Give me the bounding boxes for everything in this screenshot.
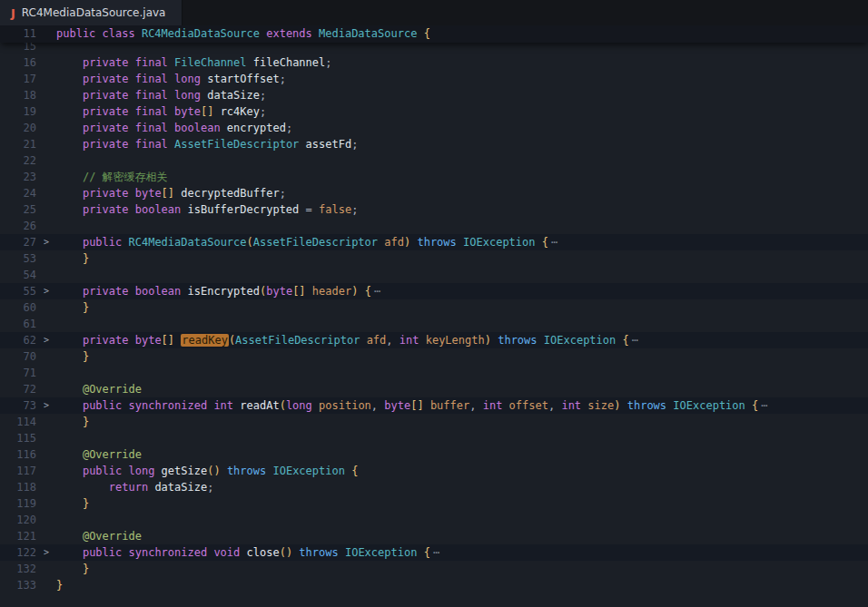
token-brace: { xyxy=(542,236,548,249)
code-line-62[interactable]: 62> private byte[] readKey(AssetFileDesc… xyxy=(0,332,868,348)
fold-chevron-icon[interactable]: > xyxy=(36,283,56,299)
fold-chevron-icon[interactable]: > xyxy=(36,332,56,348)
code-line-73[interactable]: 73> public synchronized int readAt(long … xyxy=(0,397,868,414)
token-plain xyxy=(419,334,425,347)
code-line-72[interactable]: 72 @Override xyxy=(0,381,868,397)
tab-rc4mediadatasource-java[interactable]: J RC4MediaDataSource.java xyxy=(0,0,182,25)
line-content xyxy=(56,512,868,528)
token-var: dataSize xyxy=(154,481,207,494)
token-plain xyxy=(56,546,83,559)
line-content: @Override xyxy=(56,381,868,397)
token-plain xyxy=(56,563,83,575)
code-line-25[interactable]: 25 private boolean isBufferDecrypted = f… xyxy=(0,201,868,218)
fold-gutter xyxy=(36,136,56,152)
token-punct: ; xyxy=(351,138,358,151)
token-brace: ( xyxy=(280,399,286,412)
code-line-117[interactable]: 117 public long getSize() throws IOExcep… xyxy=(0,463,868,479)
token-plain xyxy=(56,122,83,134)
token-kw2: throws xyxy=(417,236,456,249)
token-punct: ; xyxy=(260,105,266,118)
code-line-120[interactable]: 120 xyxy=(0,512,868,528)
editor-window: J RC4MediaDataSource.java 11public class… xyxy=(0,0,868,607)
fold-gutter xyxy=(36,430,56,446)
code-line-118[interactable]: 118 return dataSize; xyxy=(0,479,868,495)
token-var: fileChannel xyxy=(253,56,325,69)
code-line-11[interactable]: 11public class RC4MediaDataSource extend… xyxy=(0,25,868,43)
token-brace: [] xyxy=(201,105,213,118)
code-line-53[interactable]: 53 } xyxy=(0,250,868,267)
line-content: } xyxy=(56,561,868,577)
token-plain xyxy=(417,546,423,559)
token-punct: , xyxy=(371,399,384,412)
token-var: dataSize xyxy=(207,89,260,102)
token-brace: [] xyxy=(410,399,423,412)
code-line-21[interactable]: 21 private final AssetFileDescriptor ass… xyxy=(0,136,868,152)
token-plain xyxy=(417,27,423,40)
code-line-16[interactable]: 16 private final FileChannel fileChannel… xyxy=(0,54,868,71)
code-line-17[interactable]: 17 private final long startOffset; xyxy=(0,71,868,87)
code-line-133[interactable]: 133} xyxy=(0,577,868,593)
fold-gutter xyxy=(36,87,56,103)
code-line-15[interactable]: 15 xyxy=(0,43,868,54)
code-line-22[interactable]: 22 xyxy=(0,152,868,169)
fold-gutter xyxy=(36,250,56,267)
token-brace: [] xyxy=(292,285,305,298)
code-line-55[interactable]: 55> private boolean isEncrypted(byte[] h… xyxy=(0,283,868,299)
token-plain xyxy=(56,73,83,85)
line-number: 120 xyxy=(0,512,36,528)
line-content: private boolean isEncrypted(byte[] heade… xyxy=(56,283,868,299)
token-plain xyxy=(457,236,463,249)
code-line-119[interactable]: 119 } xyxy=(0,495,868,512)
token-var: encrypted xyxy=(227,122,286,134)
code-line-115[interactable]: 115 xyxy=(0,430,868,446)
code-line-20[interactable]: 20 private final boolean encrypted; xyxy=(0,120,868,136)
token-punct: , xyxy=(548,399,561,412)
token-brace: () xyxy=(280,546,292,559)
code-line-19[interactable]: 19 private final byte[] rc4Key; xyxy=(0,103,868,120)
token-var: rc4Key xyxy=(221,105,260,118)
line-content: public long getSize() throws IOException… xyxy=(56,463,868,479)
code-line-70[interactable]: 70 } xyxy=(0,348,868,365)
code-line-116[interactable]: 116 @Override xyxy=(0,446,868,463)
fold-gutter xyxy=(36,316,56,332)
line-number: 115 xyxy=(0,430,36,446)
code-line-18[interactable]: 18 private final long dataSize; xyxy=(0,87,868,103)
code-line-114[interactable]: 114 } xyxy=(0,414,868,430)
token-plain xyxy=(56,56,83,69)
token-var: assetFd xyxy=(306,138,352,151)
fold-chevron-icon[interactable]: > xyxy=(36,397,56,414)
code-line-61[interactable]: 61 xyxy=(0,316,868,332)
code-editor[interactable]: 11public class RC4MediaDataSource extend… xyxy=(0,25,868,607)
code-line-27[interactable]: 27> public RC4MediaDataSource(AssetFileD… xyxy=(0,234,868,250)
tab-bar: J RC4MediaDataSource.java xyxy=(0,0,868,25)
sticky-scroll-line[interactable]: 11public class RC4MediaDataSource extend… xyxy=(0,25,868,43)
token-brace: { xyxy=(623,334,629,347)
token-type: IOException xyxy=(463,236,535,249)
token-plain xyxy=(56,187,83,200)
code-line-121[interactable]: 121 @Override xyxy=(0,528,868,544)
code-line-26[interactable]: 26 xyxy=(0,218,868,234)
code-line-122[interactable]: 122> public synchronized void close() th… xyxy=(0,544,868,561)
token-anno: @Override xyxy=(83,383,142,396)
token-fold: ⋯ xyxy=(374,285,380,298)
code-line-54[interactable]: 54 xyxy=(0,267,868,283)
token-plain xyxy=(221,465,227,477)
token-brace: } xyxy=(83,563,89,575)
token-plain xyxy=(56,105,83,118)
token-kw: private final byte xyxy=(83,105,201,118)
code-line-132[interactable]: 132 } xyxy=(0,561,868,577)
token-plain xyxy=(56,334,83,347)
fold-chevron-icon[interactable]: > xyxy=(36,544,56,561)
fold-gutter xyxy=(36,463,56,479)
token-kw: private final xyxy=(83,56,174,69)
token-type: IOException xyxy=(272,465,344,477)
fold-chevron-icon[interactable]: > xyxy=(36,234,56,250)
code-line-24[interactable]: 24 private byte[] decryptedBuffer; xyxy=(0,185,868,201)
code-line-23[interactable]: 23 // 解密缓存相关 xyxy=(0,169,868,185)
line-number: 133 xyxy=(0,577,36,593)
token-brace: } xyxy=(83,497,89,510)
code-line-71[interactable]: 71 xyxy=(0,365,868,381)
code-line-60[interactable]: 60 } xyxy=(0,299,868,316)
line-content: // 解密缓存相关 xyxy=(56,169,868,185)
token-kw: public xyxy=(83,236,129,249)
